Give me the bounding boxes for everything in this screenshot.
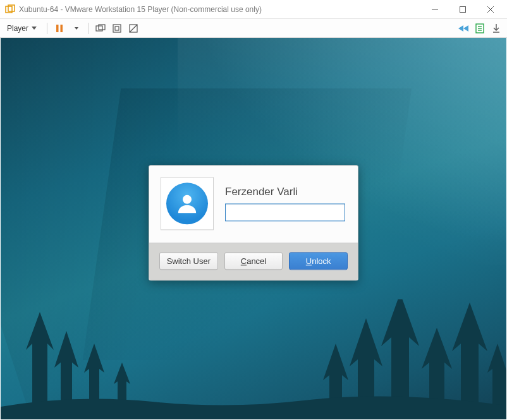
cancel-button[interactable]: Cancel bbox=[224, 252, 283, 270]
wallpaper-trees bbox=[1, 299, 506, 419]
window-titlebar: Xubuntu-64 - VMware Workstation 15 Playe… bbox=[0, 0, 507, 19]
unity-mode-icon[interactable] bbox=[125, 21, 142, 36]
svg-point-32 bbox=[183, 195, 192, 204]
vmware-icon bbox=[5, 4, 15, 15]
fullscreen-icon[interactable] bbox=[109, 21, 125, 36]
user-name-label: Ferzender Varli bbox=[225, 186, 346, 198]
svg-rect-8 bbox=[96, 26, 102, 31]
maximize-button[interactable] bbox=[449, 0, 477, 19]
svg-rect-7 bbox=[61, 25, 63, 32]
toolbar: Player bbox=[0, 19, 507, 38]
window-title: Xubuntu-64 - VMware Workstation 15 Playe… bbox=[19, 5, 262, 14]
player-menu[interactable]: Player bbox=[3, 21, 43, 35]
svg-marker-14 bbox=[458, 25, 463, 32]
chevron-down-icon bbox=[32, 27, 37, 30]
pause-icon[interactable] bbox=[51, 21, 68, 36]
notes-icon[interactable] bbox=[472, 21, 488, 36]
power-dropdown[interactable] bbox=[68, 21, 84, 36]
lock-dialog: Ferzender Varli Switch User Cancel Unloc… bbox=[149, 165, 358, 280]
rewind-icon[interactable] bbox=[455, 21, 472, 36]
avatar bbox=[161, 177, 214, 230]
close-button[interactable] bbox=[477, 0, 504, 19]
send-ctrl-alt-del-icon[interactable] bbox=[92, 21, 109, 36]
player-menu-label: Player bbox=[7, 24, 28, 33]
install-tools-icon[interactable] bbox=[488, 21, 504, 36]
unlock-button[interactable]: Unlock bbox=[289, 252, 348, 270]
window-controls bbox=[421, 0, 504, 19]
svg-rect-3 bbox=[460, 6, 466, 12]
svg-marker-15 bbox=[463, 25, 468, 32]
switch-user-button[interactable]: Switch User bbox=[159, 252, 218, 270]
minimize-button[interactable] bbox=[421, 0, 449, 19]
svg-line-13 bbox=[130, 25, 137, 32]
svg-rect-9 bbox=[99, 25, 105, 30]
password-input[interactable] bbox=[225, 203, 345, 221]
user-avatar-icon bbox=[166, 183, 208, 224]
vm-display[interactable]: Ferzender Varli Switch User Cancel Unloc… bbox=[1, 38, 506, 419]
svg-rect-10 bbox=[113, 25, 121, 32]
svg-rect-6 bbox=[56, 25, 59, 32]
svg-rect-11 bbox=[115, 27, 119, 30]
